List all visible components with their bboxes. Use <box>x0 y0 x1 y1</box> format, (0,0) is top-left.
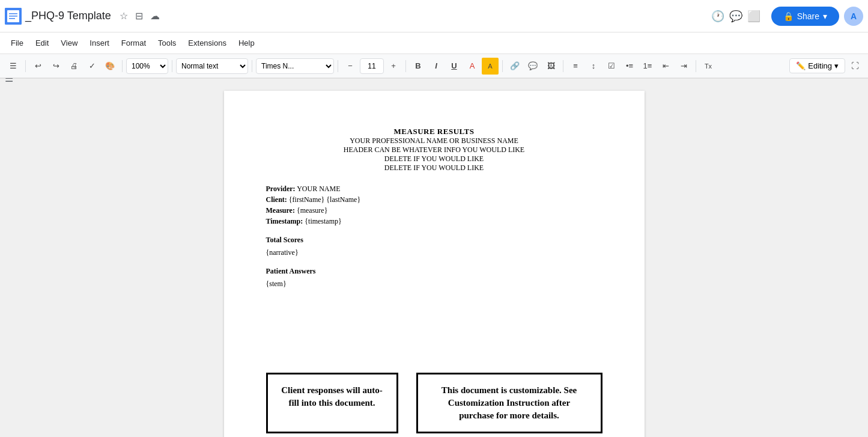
editing-label: Editing <box>808 61 832 70</box>
narrative-value: {narrative} <box>266 248 602 257</box>
ruler: ☰ <box>0 78 868 79</box>
header-line3: HEADER CAN BE WHATEVER INFO YOU WOULD LI… <box>266 145 602 154</box>
divider-3 <box>172 60 172 72</box>
clear-formatting-button[interactable]: Tx <box>700 58 717 75</box>
share-button[interactable]: 🔒 Share ▾ <box>771 7 839 26</box>
editing-chevron-icon: ▾ <box>834 61 839 70</box>
title-icons: ☆ ⊟ ☁ <box>117 8 162 24</box>
callout-right-text: This document is customizable. See Custo… <box>430 384 589 422</box>
menus-button[interactable]: ☰ <box>5 58 22 75</box>
redo-button[interactable]: ↪ <box>47 58 64 75</box>
toolbar: ☰ ↩ ↪ 🖨 ✓ 🎨 100% 75% 125% 150% Normal te… <box>0 54 868 78</box>
paint-format-button[interactable]: 🎨 <box>102 58 118 75</box>
divider-2 <box>122 60 123 72</box>
title-bar-right: 🕐 💬 ⬜ 🔒 Share ▾ A <box>711 7 863 26</box>
align-button[interactable]: ≡ <box>567 58 584 75</box>
sidebar-toggle[interactable]: ☰ <box>5 78 13 84</box>
spellcheck-button[interactable]: ✓ <box>83 58 100 75</box>
star-icon[interactable]: ☆ <box>117 8 130 24</box>
font-size-decrease-button[interactable]: − <box>342 58 359 75</box>
menu-view[interactable]: View <box>55 36 83 50</box>
patient-answers-label: Patient Answers <box>266 267 602 276</box>
divider-7 <box>502 60 503 72</box>
expand-button[interactable]: ⛶ <box>846 58 863 75</box>
divider-1 <box>25 60 26 72</box>
share-label: Share <box>797 11 819 21</box>
timestamp-field: Timestamp: {timestamp} <box>266 217 602 226</box>
divider-8 <box>563 60 563 72</box>
timestamp-value: {timestamp} <box>305 217 342 225</box>
pencil-icon: ✏️ <box>796 61 806 70</box>
bold-button[interactable]: B <box>410 58 426 75</box>
style-select[interactable]: Normal text <box>176 58 248 74</box>
callout-area: Client responses will auto-fill into thi… <box>266 373 602 433</box>
client-value: {firstName} {lastName} <box>289 195 360 204</box>
divider-4 <box>252 60 252 72</box>
undo-button[interactable]: ↩ <box>29 58 46 75</box>
provider-value: YOUR NAME <box>297 185 340 193</box>
history-icon[interactable]: 🕐 <box>711 10 724 23</box>
share-chevron-icon: ▾ <box>823 11 827 21</box>
menu-tools[interactable]: Tools <box>152 36 182 50</box>
document-page: MEASURE RESULTS YOUR PROFESSIONAL NAME O… <box>224 91 645 437</box>
checklist-button[interactable]: ☑ <box>603 58 620 75</box>
text-color-button[interactable]: A <box>464 58 481 75</box>
menu-file[interactable]: File <box>5 36 29 50</box>
font-select[interactable]: Times N... Arial Georgia <box>256 58 334 74</box>
provider-field: Provider: YOUR NAME <box>266 185 602 194</box>
client-field: Client: {firstName} {lastName} <box>266 195 602 204</box>
increase-indent-button[interactable]: ⇥ <box>675 58 692 75</box>
decrease-indent-button[interactable]: ⇤ <box>657 58 674 75</box>
menu-insert[interactable]: Insert <box>83 36 115 50</box>
measure-value: {measure} <box>297 206 328 215</box>
menu-extensions[interactable]: Extensions <box>182 36 232 50</box>
font-size-input[interactable] <box>360 58 384 74</box>
doc-header: MEASURE RESULTS YOUR PROFESSIONAL NAME O… <box>266 127 602 173</box>
numbered-list-button[interactable]: 1≡ <box>639 58 656 75</box>
header-title: MEASURE RESULTS <box>266 127 602 136</box>
callout-box-left: Client responses will auto-fill into thi… <box>266 373 398 433</box>
app-icon <box>5 8 22 25</box>
zoom-select[interactable]: 100% 75% 125% 150% <box>126 58 168 74</box>
header-line5: DELETE IF YOU WOULD LIKE <box>266 163 602 173</box>
menu-format[interactable]: Format <box>115 36 152 50</box>
measure-label: Measure: <box>266 206 295 215</box>
svg-rect-3 <box>9 16 17 17</box>
font-size-increase-button[interactable]: + <box>385 58 402 75</box>
client-label: Client: <box>266 195 287 204</box>
italic-button[interactable]: I <box>428 58 445 75</box>
move-icon[interactable]: ⊟ <box>133 8 145 24</box>
menu-edit[interactable]: Edit <box>29 36 55 50</box>
page-container: MEASURE RESULTS YOUR PROFESSIONAL NAME O… <box>0 79 868 437</box>
link-button[interactable]: 🔗 <box>506 58 523 75</box>
header-line4: DELETE IF YOU WOULD LIKE <box>266 154 602 163</box>
doc-area: ☰ MEASURE RESULTS YOUR PROFESSIONAL NAME… <box>0 78 868 437</box>
doc-title: _PHQ-9 Template <box>25 10 111 22</box>
image-button[interactable]: 🖼 <box>542 58 559 75</box>
comment-button[interactable]: 💬 <box>524 58 541 75</box>
header-line2: YOUR PROFESSIONAL NAME OR BUSINESS NAME <box>266 136 602 145</box>
line-spacing-button[interactable]: ↕ <box>585 58 602 75</box>
underline-button[interactable]: U <box>446 58 463 75</box>
lock-icon: 🔒 <box>783 11 794 21</box>
top-right-icons: 🕐 💬 ⬜ <box>711 10 760 23</box>
divider-6 <box>405 60 406 72</box>
provider-label: Provider: <box>266 185 296 193</box>
callout-box-right: This document is customizable. See Custo… <box>416 373 602 433</box>
bullet-list-button[interactable]: •≡ <box>621 58 638 75</box>
divider-5 <box>338 60 338 72</box>
menu-bar: File Edit View Insert Format Tools Exten… <box>0 32 868 54</box>
svg-rect-2 <box>9 13 17 14</box>
timestamp-label: Timestamp: <box>266 217 303 225</box>
total-scores-label: Total Scores <box>266 236 602 245</box>
editing-mode-button[interactable]: ✏️ Editing ▾ <box>789 58 845 73</box>
highlight-button[interactable]: A <box>482 58 499 75</box>
svg-rect-4 <box>9 18 15 19</box>
print-button[interactable]: 🖨 <box>65 58 82 75</box>
chat-icon[interactable]: 💬 <box>729 10 742 23</box>
callout-left-text: Client responses will auto-fill into thi… <box>280 384 384 409</box>
menu-help[interactable]: Help <box>232 36 261 50</box>
avatar[interactable]: A <box>844 7 863 26</box>
cloud-icon[interactable]: ☁ <box>148 8 162 24</box>
meet-icon[interactable]: ⬜ <box>747 10 760 23</box>
